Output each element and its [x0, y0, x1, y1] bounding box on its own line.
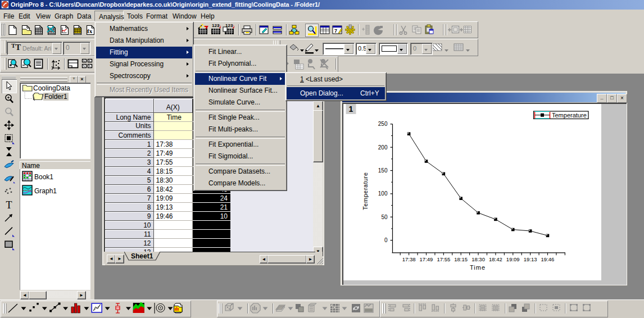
svg-text:19:09: 19:09: [506, 256, 520, 262]
svg-text:150: 150: [378, 167, 388, 174]
svg-text:50: 50: [381, 214, 388, 220]
svg-text:18:30: 18:30: [471, 256, 485, 262]
svg-text:Temperature: Temperature: [552, 112, 587, 119]
svg-text:1: 1: [349, 105, 353, 113]
svg-text:fx: fx: [87, 28, 93, 34]
svg-text:100: 100: [378, 190, 388, 197]
svg-text:123: 123: [212, 23, 220, 28]
svg-text:17:55: 17:55: [437, 256, 450, 262]
svg-text:19:46: 19:46: [541, 256, 555, 262]
svg-text:17:38: 17:38: [402, 256, 416, 262]
svg-text:0: 0: [384, 237, 388, 243]
svg-text:18:42: 18:42: [489, 256, 502, 262]
svg-text:7: 7: [334, 28, 337, 34]
svg-text:123: 123: [225, 23, 233, 28]
svg-text:Time: Time: [470, 264, 486, 271]
svg-text:19:13: 19:13: [524, 256, 537, 262]
svg-text:T: T: [6, 199, 12, 211]
svg-text:250: 250: [378, 121, 388, 127]
svg-text:18:15: 18:15: [454, 256, 468, 262]
svg-text:17:49: 17:49: [420, 256, 433, 262]
svg-text:200: 200: [378, 144, 388, 151]
svg-text:Temperature: Temperature: [362, 172, 369, 210]
